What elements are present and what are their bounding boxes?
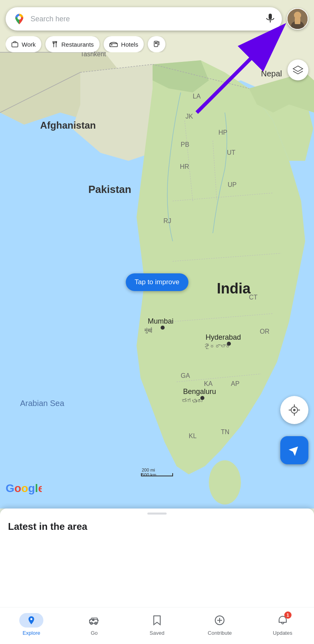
updates-icon-wrap: 1 <box>275 613 290 628</box>
chip-work[interactable]: Work <box>6 36 41 52</box>
svg-text:UP: UP <box>228 181 237 188</box>
svg-text:Arabian Sea: Arabian Sea <box>20 399 65 408</box>
map-svg: Afghanistan Pakistan India Nepal Tashken… <box>0 0 314 509</box>
scale-miles: 200 mi <box>142 468 155 472</box>
svg-text:LA: LA <box>193 93 201 100</box>
chip-restaurants[interactable]: Restaurants <box>45 36 100 52</box>
svg-text:GA: GA <box>181 372 190 379</box>
search-bar-container: Search here <box>6 7 308 31</box>
go-icon <box>89 615 100 625</box>
svg-point-66 <box>293 409 296 411</box>
svg-text:HP: HP <box>218 129 227 136</box>
svg-text:Afghanistan: Afghanistan <box>40 120 96 131</box>
map-container[interactable]: Afghanistan Pakistan India Nepal Tashken… <box>0 0 314 509</box>
svg-text:ಬೆಂಗಳೂರು: ಬೆಂಗಳೂರು <box>181 398 202 404</box>
svg-text:Mumbai: Mumbai <box>148 317 173 325</box>
svg-text:Google: Google <box>6 482 42 494</box>
svg-rect-63 <box>155 42 157 44</box>
svg-text:UT: UT <box>227 149 236 156</box>
saved-label: Saved <box>150 630 165 636</box>
svg-text:KA: KA <box>204 380 213 387</box>
updates-badge: 1 <box>284 611 292 619</box>
updates-label: Updates <box>273 630 292 636</box>
scale-km: 500 km <box>142 472 156 477</box>
go-label: Go <box>91 630 98 636</box>
svg-rect-78 <box>92 619 94 621</box>
svg-text:హైదరాబాద్: హైదరాబాద్ <box>205 343 231 349</box>
nav-item-updates[interactable]: 1 Updates <box>269 613 297 636</box>
svg-point-6 <box>209 460 241 505</box>
nav-item-explore[interactable]: Explore <box>17 613 45 636</box>
google-branding: Google <box>6 481 42 496</box>
svg-text:Nepal: Nepal <box>261 69 282 78</box>
user-avatar[interactable] <box>287 8 308 30</box>
contribute-label: Contribute <box>208 630 232 636</box>
svg-rect-56 <box>295 18 300 24</box>
svg-text:HR: HR <box>180 163 189 170</box>
explore-icon <box>27 615 36 625</box>
svg-text:Hyderabad: Hyderabad <box>206 333 241 341</box>
tap-to-improve-button[interactable]: Tap to improve <box>126 273 188 291</box>
nav-item-contribute[interactable]: Contribute <box>206 613 234 636</box>
contribute-icon <box>214 615 225 626</box>
go-icon-wrap <box>87 613 102 628</box>
explore-icon-wrap <box>19 613 43 628</box>
saved-icon-wrap <box>150 613 164 628</box>
svg-text:CT: CT <box>249 294 258 301</box>
svg-text:RJ: RJ <box>163 217 171 224</box>
nav-item-go[interactable]: Go <box>80 613 108 636</box>
svg-text:TN: TN <box>221 429 229 435</box>
mic-button[interactable] <box>265 13 275 25</box>
chips-container: Work Restaurants Hotels <box>6 36 314 52</box>
google-maps-logo-icon <box>12 12 27 26</box>
svg-text:OR: OR <box>260 328 269 335</box>
svg-text:KL: KL <box>189 433 197 439</box>
svg-text:India: India <box>217 280 251 297</box>
svg-rect-60 <box>110 43 117 47</box>
svg-text:AP: AP <box>231 380 239 387</box>
latest-area-title: Latest in the area <box>0 515 314 537</box>
svg-rect-51 <box>269 14 272 19</box>
contribute-icon-wrap <box>212 613 227 628</box>
svg-text:Pakistan: Pakistan <box>88 183 131 195</box>
bottom-sheet: Latest in the area Explore <box>0 509 314 644</box>
svg-text:Bengaluru: Bengaluru <box>183 388 216 396</box>
search-placeholder: Search here <box>31 15 262 23</box>
svg-point-50 <box>18 16 21 20</box>
nav-item-saved[interactable]: Saved <box>143 613 171 636</box>
saved-icon <box>152 615 162 626</box>
svg-marker-64 <box>293 66 303 72</box>
layers-button[interactable] <box>287 59 308 80</box>
svg-point-25 <box>161 326 165 330</box>
svg-text:JK: JK <box>186 113 193 120</box>
chip-hotels[interactable]: Hotels <box>104 36 144 52</box>
search-bar[interactable]: Search here <box>6 7 282 31</box>
svg-rect-57 <box>12 43 18 47</box>
chip-gas[interactable] <box>148 36 165 52</box>
svg-point-74 <box>31 618 33 620</box>
svg-text:मुंबई: मुंबई <box>144 327 153 334</box>
svg-text:PB: PB <box>181 141 189 148</box>
location-button[interactable] <box>280 396 308 424</box>
scale-indicator: 200 mi 500 km <box>141 473 173 476</box>
bottom-navigation: Explore Go Saved <box>0 607 314 644</box>
explore-label: Explore <box>22 630 40 636</box>
svg-point-61 <box>111 44 112 45</box>
navigation-button[interactable] <box>280 436 308 464</box>
